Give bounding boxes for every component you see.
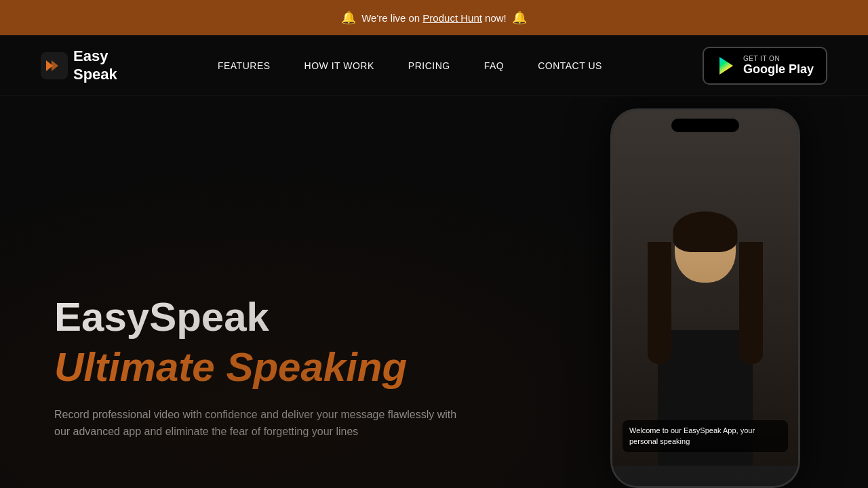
logo-icon [41,52,68,79]
nav-item-pricing[interactable]: PRICING [408,60,450,72]
announcement-text: We're live on Product Hunt now! [361,12,507,24]
nav-links: FEATURES HOW IT WORK PRICING FAQ CONTACT… [218,60,602,72]
phone-person-bg: Welcome to our EasySpeak App, your perso… [612,110,798,466]
play-store-label-bottom: Google Play [743,62,814,77]
person-hair-right [739,242,763,364]
nav-item-contact[interactable]: CONTACT US [538,60,602,72]
svg-marker-3 [719,57,733,75]
hero-section: EasySpeak Ultimate Speaking Record profe… [0,96,868,488]
phone-mockup: Welcome to our EasySpeak App, your perso… [610,108,827,488]
google-play-button[interactable]: GET IT ON Google Play [703,47,827,85]
play-store-text: GET IT ON Google Play [743,55,814,77]
nav-item-features[interactable]: FEATURES [218,60,271,72]
phone-notch [671,119,739,132]
phone-caption: Welcome to our EasySpeak App, your perso… [623,420,788,452]
logo[interactable]: Easy Speak [41,47,117,83]
hero-content: EasySpeak Ultimate Speaking Record profe… [0,96,576,488]
nav-item-how[interactable]: HOW IT WORK [304,60,374,72]
hero-description: Record professional video with confidenc… [54,406,461,441]
emoji-left: 🔔 [341,10,356,25]
hero-title: EasySpeak [54,295,536,340]
play-store-label-top: GET IT ON [743,55,814,62]
nav-link-how[interactable]: HOW IT WORK [304,60,374,71]
emoji-right: 🔔 [512,10,527,25]
product-hunt-link[interactable]: Product Hunt [422,12,482,24]
phone-frame: Welcome to our EasySpeak App, your perso… [610,108,800,488]
navbar: Easy Speak FEATURES HOW IT WORK PRICING … [0,35,868,96]
play-store-icon [716,56,736,76]
nav-link-faq[interactable]: FAQ [484,60,505,71]
nav-item-faq[interactable]: FAQ [484,60,505,72]
hero-subtitle: Ultimate Speaking [54,345,536,390]
logo-text: Easy Speak [73,47,117,83]
announcement-bar: 🔔 We're live on Product Hunt now! 🔔 [0,0,868,35]
phone-screen: Welcome to our EasySpeak App, your perso… [612,110,798,486]
nav-link-pricing[interactable]: PRICING [408,60,450,71]
person-hair-left [648,242,671,364]
person-hair [673,211,738,252]
nav-link-features[interactable]: FEATURES [218,60,271,71]
nav-link-contact[interactable]: CONTACT US [538,60,602,71]
